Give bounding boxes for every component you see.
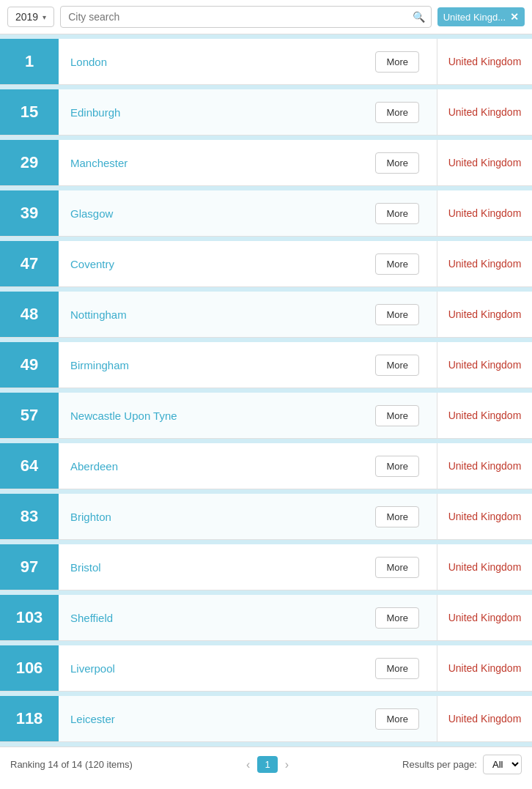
more-button[interactable]: More [375,152,419,174]
rankings-table: 1LondonMoreUnited Kingdom15EdinburghMore… [0,34,532,747]
current-page[interactable]: 1 [257,756,277,773]
rank-cell: 83 [0,494,59,539]
country-cell: United Kingdom [437,494,532,539]
rank-cell: 64 [0,443,59,489]
rank-cell: 49 [0,342,59,388]
more-button[interactable]: More [375,658,419,679]
country-cell: United Kingdom [437,241,532,286]
footer-bar: Ranking 14 of 14 (120 items) ‹ 1 › Resul… [0,747,532,782]
table-row: 48NottinghamMoreUnited Kingdom [0,292,532,338]
prev-page-button[interactable]: ‹ [242,757,254,773]
table-row: 97BristolMoreUnited Kingdom [0,544,532,590]
results-per-page: Results per page: All102550 [402,755,522,774]
next-page-button[interactable]: › [281,757,293,773]
year-dropdown[interactable]: 2019 ▾ [7,7,54,27]
results-per-page-select[interactable]: All102550 [483,755,522,774]
country-cell: United Kingdom [437,696,532,741]
rank-cell: 57 [0,393,59,438]
search-wrapper: 🔍 [60,6,432,28]
table-row: 103SheffieldMoreUnited Kingdom [0,595,532,641]
country-cell: United Kingdom [437,292,532,337]
city-name[interactable]: Sheffield [70,612,375,624]
city-name[interactable]: Manchester [70,157,375,169]
city-name[interactable]: Edinburgh [70,106,375,119]
row-main: AberdeenMore [59,443,437,489]
more-button[interactable]: More [375,355,419,376]
city-name[interactable]: Aberdeen [70,460,375,473]
country-cell: United Kingdom [437,544,532,590]
row-main: LondonMore [59,39,437,84]
more-button[interactable]: More [375,405,419,426]
year-label: 2019 [15,11,38,23]
country-cell: United Kingdom [437,140,532,185]
city-name[interactable]: Birmingham [70,359,375,371]
city-name[interactable]: Newcastle Upon Tyne [70,410,375,422]
rank-cell: 1 [0,39,59,84]
chevron-down-icon: ▾ [43,13,46,21]
row-main: BristolMore [59,544,437,590]
row-main: Newcastle Upon TyneMore [59,393,437,438]
table-row: 15EdinburghMoreUnited Kingdom [0,89,532,136]
row-main: LeicesterMore [59,696,437,741]
city-name[interactable]: Liverpool [70,662,375,675]
row-main: LiverpoolMore [59,645,437,691]
rank-cell: 48 [0,292,59,337]
more-button[interactable]: More [375,607,419,629]
rank-cell: 106 [0,645,59,691]
country-cell: United Kingdom [437,443,532,489]
search-input[interactable] [61,7,431,27]
city-name[interactable]: Nottingham [70,308,375,321]
country-cell: United Kingdom [437,645,532,691]
more-button[interactable]: More [375,253,419,275]
city-name[interactable]: Leicester [70,713,375,725]
row-main: BrightonMore [59,494,437,539]
more-button[interactable]: More [375,203,419,224]
more-button[interactable]: More [375,456,419,477]
table-row: 29ManchesterMoreUnited Kingdom [0,140,532,186]
results-per-page-label: Results per page: [402,759,477,770]
table-row: 57Newcastle Upon TyneMoreUnited Kingdom [0,393,532,439]
table-row: 106LiverpoolMoreUnited Kingdom [0,645,532,692]
rank-cell: 97 [0,544,59,590]
more-button[interactable]: More [375,506,419,527]
more-button[interactable]: More [375,102,419,123]
rank-cell: 118 [0,696,59,741]
row-main: CoventryMore [59,241,437,286]
filter-label: United Kingd... [443,12,506,23]
rank-cell: 39 [0,190,59,236]
city-name[interactable]: London [70,56,375,68]
row-main: EdinburghMore [59,89,437,135]
country-cell: United Kingdom [437,190,532,236]
country-cell: United Kingdom [437,39,532,84]
city-name[interactable]: Brighton [70,511,375,523]
table-row: 118LeicesterMoreUnited Kingdom [0,696,532,742]
close-icon[interactable]: ✕ [510,11,519,23]
more-button[interactable]: More [375,708,419,730]
header-bar: 2019 ▾ 🔍 United Kingd... ✕ [0,0,532,34]
country-cell: United Kingdom [437,595,532,640]
country-cell: United Kingdom [437,89,532,135]
more-button[interactable]: More [375,557,419,578]
row-main: GlasgowMore [59,190,437,236]
table-row: 39GlasgowMoreUnited Kingdom [0,190,532,237]
table-row: 49BirminghamMoreUnited Kingdom [0,342,532,388]
city-name[interactable]: Coventry [70,258,375,270]
pagination: ‹ 1 › [242,756,293,773]
search-icon: 🔍 [413,11,425,23]
rank-cell: 103 [0,595,59,640]
country-cell: United Kingdom [437,342,532,388]
ranking-summary: Ranking 14 of 14 (120 items) [10,759,133,770]
filter-tag: United Kingd... ✕ [437,7,525,26]
row-main: ManchesterMore [59,140,437,185]
table-row: 1LondonMoreUnited Kingdom [0,39,532,85]
table-row: 64AberdeenMoreUnited Kingdom [0,443,532,489]
more-button[interactable]: More [375,51,419,73]
rank-cell: 29 [0,140,59,185]
row-main: NottinghamMore [59,292,437,337]
more-button[interactable]: More [375,304,419,325]
city-name[interactable]: Glasgow [70,207,375,220]
row-main: SheffieldMore [59,595,437,640]
rank-cell: 47 [0,241,59,286]
country-cell: United Kingdom [437,393,532,438]
city-name[interactable]: Bristol [70,561,375,574]
